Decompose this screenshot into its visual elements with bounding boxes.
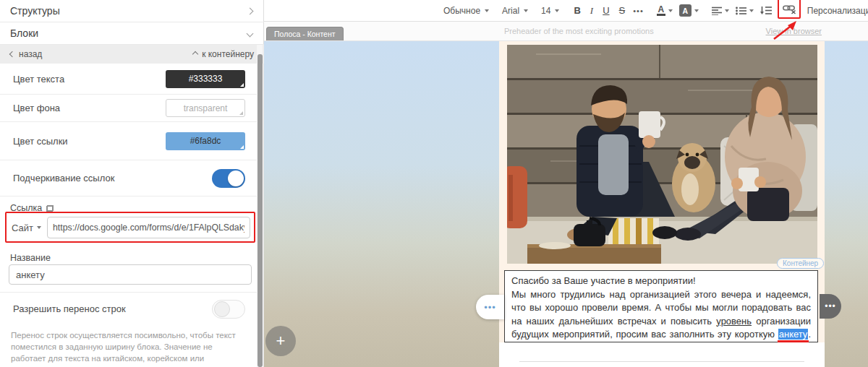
section-label: Блоки (10, 27, 38, 39)
toggle-knob (214, 301, 230, 317)
paragraph-style-value: Обычное (443, 6, 480, 16)
text-color-label: Цвет текста (13, 74, 64, 85)
text-block-line1: Спасибо за Ваше участие в мероприятии! (511, 275, 811, 288)
block-menu-right[interactable]: ••• (820, 294, 841, 319)
underlined-word: уровень (716, 316, 752, 327)
email-photo[interactable] (507, 45, 817, 264)
link-color-row: Цвет ссылки #6fa8dc (0, 122, 258, 160)
font-size-dropdown[interactable]: 14 (541, 6, 559, 16)
align-left-icon (712, 7, 722, 15)
container-label-chip[interactable]: Контейнер (777, 258, 824, 269)
bg-color-swatch[interactable]: transparent (166, 99, 245, 117)
line-wrap-row: Разрешить перенос строк (0, 293, 258, 325)
sidebar-section-blocks[interactable]: Блоки (0, 22, 264, 45)
font-size-value: 14 (541, 6, 550, 16)
section-label: Структуры (10, 5, 60, 17)
link-color-swatch[interactable]: #6fa8dc (166, 132, 245, 150)
more-formats-button[interactable]: ••• (633, 7, 644, 15)
strikethrough-button[interactable]: S (618, 5, 627, 16)
unlink-button[interactable] (783, 4, 796, 17)
caret-down-icon (694, 9, 699, 12)
chevron-up-icon (192, 51, 198, 57)
link-field-label-row: Ссылка (10, 203, 54, 213)
email-editor: Структуры Блоки назад к контейнеру Цвет … (0, 0, 868, 367)
band-tab[interactable]: Полоса - Контент (266, 27, 344, 40)
back-label: назад (19, 49, 42, 59)
bullet-list-icon (736, 7, 746, 15)
bold-button[interactable]: B (572, 5, 582, 16)
list-dropdown[interactable] (736, 7, 754, 15)
text-color-letter: A (658, 6, 664, 13)
name-field-label: Название (10, 253, 51, 263)
line-spacing-button[interactable] (760, 6, 772, 15)
caret-down-icon (524, 9, 528, 12)
preheader-strip: Полоса - Контент Preheader of the most e… (264, 22, 868, 41)
settings-sidebar: Структуры Блоки назад к контейнеру Цвет … (0, 0, 264, 367)
caret-down-icon (555, 9, 559, 12)
text-color-row: Цвет текста #333333 (0, 64, 258, 95)
underline-links-row: Подчеркивание ссылок (0, 160, 258, 197)
email-canvas: Контейнер Спасибо за Ваше участие в меро… (264, 41, 868, 367)
name-input[interactable] (9, 264, 252, 285)
underline-button[interactable]: U (601, 5, 610, 16)
content-divider-block[interactable] (519, 361, 804, 362)
text-color-button[interactable]: A (657, 6, 673, 16)
font-family-value: Arial (502, 6, 519, 16)
align-dropdown[interactable] (712, 7, 729, 15)
chevron-right-icon (247, 7, 254, 14)
selected-link-word[interactable]: анкету (778, 329, 809, 340)
chevron-down-icon (247, 30, 254, 37)
line-wrap-label: Разрешить перенос строк (13, 303, 126, 314)
link-row: Сайт (10, 216, 250, 239)
view-in-browser-link[interactable]: View in browser (766, 27, 822, 35)
back-button[interactable]: назад (10, 49, 42, 59)
paragraph-style-dropdown[interactable]: Обычное (443, 6, 489, 16)
underline-links-toggle[interactable] (212, 169, 245, 188)
link-type-dropdown[interactable]: Сайт (10, 223, 47, 233)
duplicate-icon[interactable] (46, 205, 54, 212)
to-container-button[interactable]: к контейнеру (193, 49, 254, 59)
selected-text-block[interactable]: Спасибо за Ваше участие в мероприятии! М… (504, 270, 818, 342)
to-container-label: к контейнеру (202, 49, 254, 59)
highlight-color-button[interactable]: A (679, 4, 699, 17)
font-family-dropdown[interactable]: Arial (502, 6, 528, 16)
link-label: Ссылка (10, 203, 42, 213)
personalization-label: Персонализация (807, 6, 868, 16)
caret-down-icon (485, 9, 489, 12)
email-body: Контейнер Спасибо за Ваше участие в меро… (499, 41, 825, 367)
add-block-button[interactable]: + (265, 326, 296, 356)
link-color-label: Цвет ссылки (13, 136, 68, 147)
toggle-knob (228, 170, 244, 186)
link-url-input[interactable] (47, 217, 250, 238)
text-format-toolbar: Обычное Arial 14 B I U S ••• A A (264, 0, 868, 22)
block-menu-left[interactable]: ••• (476, 295, 504, 319)
preheader-text[interactable]: Preheader of the most exciting promotion… (504, 27, 654, 35)
caret-down-icon (749, 9, 754, 12)
bg-color-label: Цвет фона (13, 103, 60, 113)
personalization-dropdown[interactable]: Персонализация (807, 6, 868, 16)
highlight-color-icon: A (679, 4, 692, 17)
chevron-left-icon (9, 51, 15, 57)
italic-button[interactable]: I (589, 5, 595, 17)
unlink-icon (783, 4, 796, 14)
line-wrap-hint: Перенос строк осуществляется посимвольно… (11, 329, 242, 367)
line-spacing-icon (760, 6, 772, 15)
block-subnav: назад к контейнеру (0, 45, 264, 64)
caret-down-icon (725, 9, 729, 12)
underline-links-label: Подчеркивание ссылок (13, 173, 114, 184)
caret-down-icon (37, 226, 41, 229)
caret-down-icon (668, 9, 673, 12)
sidebar-section-structures[interactable]: Структуры (0, 0, 264, 22)
line-wrap-toggle[interactable] (212, 300, 245, 319)
text-color-swatch[interactable]: #333333 (166, 70, 245, 88)
link-type-value: Сайт (12, 223, 33, 233)
sidebar-scrollbar-thumb[interactable] (258, 54, 263, 367)
email-bottom-section (499, 342, 825, 367)
text-color-bar (657, 14, 665, 16)
bg-color-row: Цвет фона transparent (0, 95, 258, 122)
